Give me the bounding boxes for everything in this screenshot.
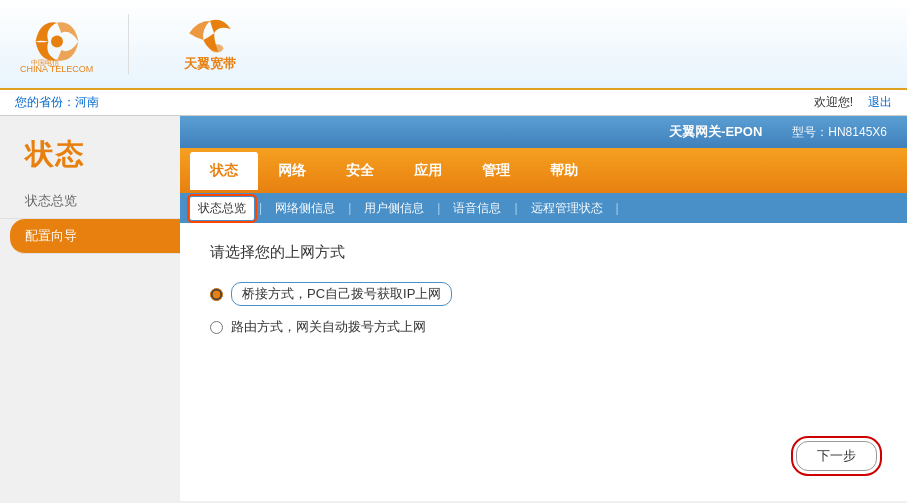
radio-router-mode[interactable]: 路由方式，网关自动拨号方式上网 [210, 318, 877, 336]
province-label: 您的省份： [15, 95, 75, 109]
tianyi-logo: 天翼宽带 [184, 15, 236, 73]
model-label: 型号： [792, 125, 828, 139]
sub-nav: 状态总览 | 网络侧信息 | 用户侧信息 | 语音信息 | 远程管理状态 | [180, 193, 907, 223]
tab-status[interactable]: 状态 [190, 152, 258, 190]
logo-area: 中国电信 CHINA TELECOM 天翼宽带 [20, 14, 236, 74]
welcome-area: 欢迎您! 退出 [814, 94, 892, 111]
tab-status-label: 状态 [210, 162, 238, 178]
tab-admin[interactable]: 管理 [462, 152, 530, 190]
sidebar-title: 状态 [0, 116, 180, 184]
model-info: 型号：HN8145X6 [792, 124, 887, 141]
sidebar-menu: 状态总览 配置向导 [0, 184, 180, 254]
tab-network[interactable]: 网络 [258, 152, 326, 190]
sub-nav-overview[interactable]: 状态总览 [190, 197, 254, 220]
logout-link[interactable]: 退出 [868, 94, 892, 111]
tab-admin-label: 管理 [482, 162, 510, 178]
tab-network-label: 网络 [278, 162, 306, 178]
radio-bridge-mode[interactable]: 桥接方式，PC自己拨号获取IP上网 [210, 282, 877, 306]
gateway-bar: 天翼网关-EPON 型号：HN8145X6 [180, 116, 907, 148]
tab-help-label: 帮助 [550, 162, 578, 178]
next-button[interactable]: 下一步 [796, 441, 877, 471]
radio-router-label: 路由方式，网关自动拨号方式上网 [231, 318, 426, 336]
radio-router-input[interactable] [210, 321, 223, 334]
welcome-text: 欢迎您! [814, 94, 853, 111]
logo-divider [128, 14, 129, 74]
tab-help[interactable]: 帮助 [530, 152, 598, 190]
left-sidebar: 状态 状态总览 配置向导 [0, 116, 180, 501]
tianyi-logo-icon [185, 15, 235, 60]
tab-app[interactable]: 应用 [394, 152, 462, 190]
radio-bridge-label: 桥接方式，PC自己拨号获取IP上网 [231, 282, 452, 306]
tab-app-label: 应用 [414, 162, 442, 178]
content-title: 请选择您的上网方式 [210, 243, 877, 262]
sub-nav-network-side[interactable]: 网络侧信息 [267, 197, 343, 220]
model-value: HN8145X6 [828, 125, 887, 139]
header: 中国电信 CHINA TELECOM 天翼宽带 [0, 0, 907, 90]
tab-security[interactable]: 安全 [326, 152, 394, 190]
button-area: 下一步 [796, 441, 877, 471]
sidebar-item-wizard-label: 配置向导 [25, 228, 77, 243]
sidebar-item-status-label: 状态总览 [25, 193, 77, 208]
gateway-name: 天翼网关-EPON [669, 123, 762, 141]
china-telecom-logo: 中国电信 CHINA TELECOM [20, 14, 93, 74]
right-content: 天翼网关-EPON 型号：HN8145X6 状态 网络 安全 应用 管理 [180, 116, 907, 501]
top-nav: 状态 网络 安全 应用 管理 帮助 [180, 148, 907, 193]
brand-subtext: CHINA TELECOM [20, 64, 93, 74]
main-wrapper: 状态 状态总览 配置向导 天翼网关-EPON 型号：HN8145X6 状态 网络 [0, 116, 907, 501]
province-info: 您的省份：河南 [15, 94, 99, 111]
sub-nav-user-side[interactable]: 用户侧信息 [356, 197, 432, 220]
sidebar-item-wizard[interactable]: 配置向导 [10, 219, 180, 254]
radio-bridge-input[interactable] [210, 288, 223, 301]
sidebar-item-status[interactable]: 状态总览 [0, 184, 180, 219]
radio-group: 桥接方式，PC自己拨号获取IP上网 路由方式，网关自动拨号方式上网 [210, 282, 877, 336]
tab-security-label: 安全 [346, 162, 374, 178]
province-bar: 您的省份：河南 欢迎您! 退出 [0, 90, 907, 116]
telecom-logo-icon: 中国电信 [27, 14, 87, 69]
tianyi-text: 天翼宽带 [184, 55, 236, 73]
province-value: 河南 [75, 95, 99, 109]
sub-nav-remote[interactable]: 远程管理状态 [523, 197, 611, 220]
svg-point-2 [210, 44, 223, 52]
sub-nav-voice[interactable]: 语音信息 [445, 197, 509, 220]
svg-point-0 [51, 36, 63, 48]
